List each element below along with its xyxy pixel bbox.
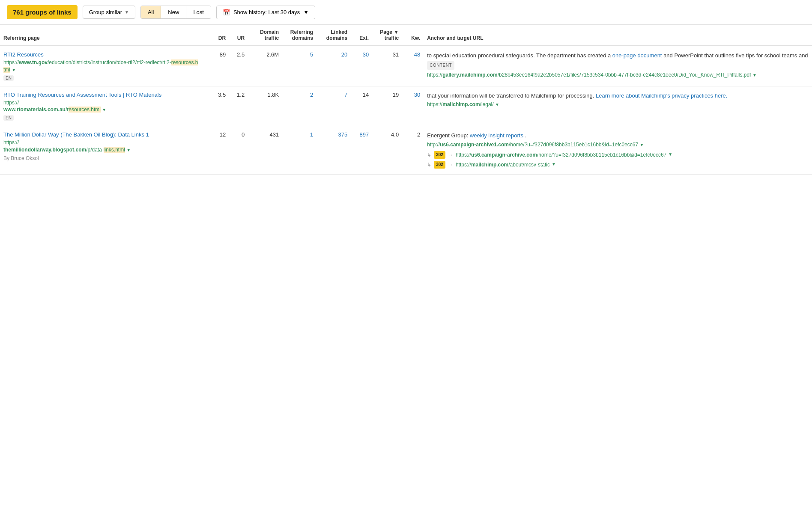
anchor-target-url[interactable]: https://gallery.mailchimp.com/b28b453ee1… <box>427 72 752 78</box>
anchor-url-dropdown[interactable]: ▼ <box>495 102 499 107</box>
anchor-url-cell: Energent Group: weekly insight reports .… <box>424 126 812 175</box>
group-similar-button[interactable]: Group similar ▼ <box>83 6 135 19</box>
anchor-inline-link[interactable]: Learn more about Mailchimp's privacy pra… <box>596 92 727 99</box>
col-header-anchor-url: Anchor and target URL <box>424 25 812 46</box>
redirect-arrow-text2: → <box>448 161 453 169</box>
domain-traffic-cell: 1.8K <box>248 86 282 126</box>
col-header-referring-page: Referring page <box>0 25 210 46</box>
filter-all-button[interactable]: All <box>141 6 161 18</box>
col-header-domain-traffic[interactable]: Domaintraffic <box>248 25 282 46</box>
linked-domains-cell: 375 <box>316 126 351 175</box>
top-bar: 761 groups of links Group similar ▼ All … <box>0 0 812 25</box>
redirect-arrow-text: → <box>448 151 453 159</box>
referring-page-cell: RTI2 Resources https://www.tn.gov/educat… <box>0 46 210 86</box>
show-history-button[interactable]: 📅 Show history: Last 30 days ▼ <box>216 6 315 19</box>
dr-cell: 12 <box>210 126 229 175</box>
col-header-kw: Kw. <box>402 25 424 46</box>
anchor-text2: and PowerPoint that outlines five tips f… <box>663 52 808 59</box>
ref-page-title[interactable]: RTI2 Resources <box>3 51 207 58</box>
kw-cell: 2 <box>402 126 424 175</box>
linked-domains-cell: 20 <box>316 46 351 86</box>
ext-cell: 14 <box>351 86 372 126</box>
referring-domains-cell: 2 <box>282 86 316 126</box>
lang-badge: EN <box>3 115 14 121</box>
col-header-ext: Ext. <box>351 25 372 46</box>
table-row: RTO Training Resources and Assessment To… <box>0 86 812 126</box>
ur-cell: 0 <box>229 126 248 175</box>
table-row: RTI2 Resources https://www.tn.gov/educat… <box>0 46 812 86</box>
table-header-row: Referring page DR UR Domaintraffic Refer… <box>0 25 812 46</box>
dr-cell: 89 <box>210 46 229 86</box>
redirect-row-1: ↳ 302 → https://us6.campaign-archive.com… <box>427 151 809 159</box>
table-row: The Million Dollar Way (The Bakken Oil B… <box>0 126 812 175</box>
redirect-url-1[interactable]: https://us6.campaign-archive.com/home/?u… <box>456 151 666 159</box>
filter-new-button[interactable]: New <box>161 6 186 18</box>
redirect-badge-302: 302 <box>434 151 445 159</box>
anchor-text: that your information will be transferre… <box>427 92 596 99</box>
page-traffic-cell: 4.0 <box>372 126 402 175</box>
referring-page-cell: RTO Training Resources and Assessment To… <box>0 86 210 126</box>
redirect-arrow-icon: ↳ <box>427 151 431 159</box>
anchor-url-cell: to special education procedural safeguar… <box>424 46 812 86</box>
ref-page-url[interactable]: https://www.rtomaterials.com.au/resource… <box>3 99 207 114</box>
referring-domains-cell: 5 <box>282 46 316 86</box>
anchor-target-url[interactable]: https://mailchimp.com/legal/ <box>427 101 495 107</box>
main-table-wrap: Referring page DR UR Domaintraffic Refer… <box>0 25 812 175</box>
content-badge: CONTENT <box>427 61 454 70</box>
history-arrow-icon: ▼ <box>303 9 309 15</box>
anchor-inline-link[interactable]: one-page document <box>612 52 662 59</box>
col-header-page-traffic[interactable]: Page ▼traffic <box>372 25 402 46</box>
ref-page-title[interactable]: RTO Training Resources and Assessment To… <box>3 92 207 98</box>
referring-domains-cell: 1 <box>282 126 316 175</box>
page-traffic-cell: 31 <box>372 46 402 86</box>
page-traffic-cell: 19 <box>372 86 402 126</box>
calendar-icon: 📅 <box>223 9 230 16</box>
anchor-url-dropdown[interactable]: ▼ <box>752 73 757 77</box>
domain-traffic-cell: 431 <box>248 126 282 175</box>
group-similar-arrow-icon: ▼ <box>125 10 129 15</box>
redirect-url-dropdown2[interactable]: ▼ <box>552 161 556 168</box>
anchor-url-cell: that your information will be transferre… <box>424 86 812 126</box>
kw-cell: 30 <box>402 86 424 126</box>
anchor-text: to special education procedural safeguar… <box>427 52 612 59</box>
kw-cell: 48 <box>402 46 424 86</box>
redirect-url-2[interactable]: https://mailchimp.com/about/mcsv-static <box>456 161 550 169</box>
col-header-referring-domains[interactable]: Referringdomains <box>282 25 316 46</box>
redirect-arrow-icon2: ↳ <box>427 161 431 169</box>
col-header-ur: UR <box>229 25 248 46</box>
linked-domains-cell: 7 <box>316 86 351 126</box>
ext-cell: 897 <box>351 126 372 175</box>
anchor-text: Energent Group: <box>427 132 470 139</box>
backlinks-table: Referring page DR UR Domaintraffic Refer… <box>0 25 812 175</box>
dr-cell: 3.5 <box>210 86 229 126</box>
group-similar-label: Group similar <box>89 9 122 15</box>
col-header-dr: DR <box>210 25 229 46</box>
referring-page-cell: The Million Dollar Way (The Bakken Oil B… <box>0 126 210 175</box>
anchor-inline-link[interactable]: weekly insight reports <box>470 132 523 139</box>
by-line: By Bruce Oksol <box>3 155 207 161</box>
ur-cell: 2.5 <box>229 46 248 86</box>
domain-traffic-cell: 2.6M <box>248 46 282 86</box>
redirect-url-dropdown1[interactable]: ▼ <box>668 151 672 158</box>
redirect-badge-302-2: 302 <box>434 161 445 169</box>
anchor-text2: . <box>525 132 527 139</box>
filter-group: All New Lost <box>140 6 211 19</box>
filter-lost-button[interactable]: Lost <box>186 6 211 18</box>
col-header-linked-domains[interactable]: Linkeddomains <box>316 25 351 46</box>
ref-page-url[interactable]: https://www.tn.gov/education/districts/i… <box>3 59 207 74</box>
ext-cell: 30 <box>351 46 372 86</box>
ref-page-url[interactable]: https://themilliondollarway.blogspot.com… <box>3 139 207 154</box>
anchor-url-dropdown1[interactable]: ▼ <box>640 142 644 147</box>
groups-badge: 761 groups of links <box>7 5 78 19</box>
redirect-row-2: ↳ 302 → https://mailchimp.com/about/mcsv… <box>427 161 809 169</box>
history-label: Show history: Last 30 days <box>233 9 300 15</box>
ref-page-title[interactable]: The Million Dollar Way (The Bakken Oil B… <box>3 131 207 138</box>
lang-badge: EN <box>3 75 14 81</box>
anchor-target-url[interactable]: http://us6.campaign-archive1.com/home/?u… <box>427 142 639 148</box>
ur-cell: 1.2 <box>229 86 248 126</box>
